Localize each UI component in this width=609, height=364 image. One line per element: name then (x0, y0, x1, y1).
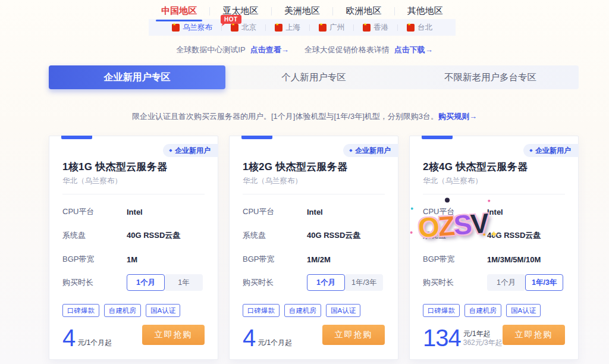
download-price-link[interactable]: 点击下载→ (394, 45, 433, 54)
duration-option[interactable]: 1个月 (307, 274, 345, 291)
card-accent-bar (61, 136, 92, 139)
city-tab-label: 香港 (373, 23, 388, 33)
buy-button[interactable]: 立即抢购 (503, 325, 565, 345)
duration-label: 购买时长 (62, 277, 127, 288)
spec-label: BGP带宽 (423, 254, 487, 265)
feature-tag: 口碑爆款 (423, 304, 460, 317)
price-block: 4 元/1个月起 (243, 327, 292, 349)
city-tab-label: 上海 (285, 23, 300, 33)
spec-label: CPU平台 (243, 206, 307, 217)
duration-option[interactable]: 1个月 (487, 274, 525, 291)
enterprise-user-badge: 企业新用户 (523, 144, 579, 157)
price-unit: 元/1个月起 (258, 338, 292, 347)
city-tab[interactable]: 北京 (222, 23, 265, 33)
price-table-label: 全球大促促销价格表详情 (304, 45, 390, 54)
tag-list: 口碑爆款自建机房国A认证 (62, 304, 180, 317)
city-tab[interactable]: 香港 (354, 23, 397, 33)
enterprise-user-badge: 企业新用户 (163, 144, 218, 157)
price-block: 134 元/1年起 362元/3年起 (423, 327, 503, 349)
price-unit: 元/1个月起 (77, 338, 112, 347)
feature-tag: 国A认证 (146, 304, 180, 317)
china-flag-icon (231, 24, 238, 32)
city-tab-label: 广州 (329, 23, 344, 33)
purchase-rules-link[interactable]: 购买规则→ (438, 112, 477, 121)
region-tab-label: 欧洲地区 (346, 5, 381, 17)
section-tab[interactable]: 企业新用户专区 (49, 65, 225, 89)
server-card: 企业新用户 2核4G 快杰型云服务器 华北（乌兰察布） CPU平台 Intel … (409, 136, 579, 360)
card-region: 华北（乌兰察布） (243, 176, 302, 186)
spec-label: BGP带宽 (243, 254, 307, 265)
duration-option[interactable]: 1年 (165, 274, 203, 291)
card-accent-bar (422, 136, 453, 139)
card-badge-label: 企业新用户 (535, 146, 571, 156)
spec-row: BGP带宽 1M/3M/5M/10M (423, 255, 567, 264)
region-tab[interactable]: 中国地区 (149, 2, 209, 20)
price-block: 4 元/1个月起 (62, 327, 112, 349)
duration-label: 购买时长 (243, 277, 307, 288)
spec-row: CPU平台 Intel (243, 207, 387, 216)
spec-row: 系统盘 40G RSSD云盘 (243, 231, 387, 240)
price-secondary: 362元/3年起 (463, 338, 503, 347)
badge-dot-icon (529, 149, 533, 152)
spec-value: Intel (127, 208, 143, 216)
spec-row: BGP带宽 1M (62, 255, 207, 264)
duration-options: 1个月1年 (127, 274, 203, 291)
region-nav: 中国地区 亚太地区 美洲地区 欧洲地区 其他地区 (149, 2, 456, 20)
city-tab[interactable]: 乌兰察布 (163, 23, 221, 33)
view-ip-link[interactable]: 点击查看→ (250, 45, 289, 54)
spec-label: 系统盘 (62, 230, 127, 241)
duration-option[interactable]: 1个月 (127, 274, 165, 291)
card-title: 1核1G 快杰型云服务器 (62, 160, 167, 174)
duration-row: 购买时长 1个月1年 (62, 274, 207, 291)
price-amount: 4 (243, 327, 255, 349)
buy-button[interactable]: 立即抢购 (322, 325, 385, 345)
duration-options: 1个月1年/3年 (307, 274, 383, 291)
region-tab[interactable]: 欧洲地区 (333, 2, 394, 20)
price-amount: 4 (62, 327, 75, 349)
region-tab-label: 其他地区 (407, 5, 443, 17)
duration-option[interactable]: 1年/3年 (525, 274, 563, 291)
server-card: 企业新用户 1核1G 快杰型云服务器 华北（乌兰察布） CPU平台 Intel … (49, 136, 218, 360)
china-flag-icon (319, 24, 327, 32)
city-tab[interactable]: 上海 (266, 23, 309, 33)
card-region: 华北（乌兰察布） (423, 176, 482, 186)
spec-label: CPU平台 (423, 206, 487, 217)
purchase-notice: 限企业认证且首次购买云服务器的用户。[1个月]体验机型与[1年/3年]机型，分别… (0, 111, 609, 122)
price-amount: 134 (423, 327, 461, 349)
city-tab-label: 台北 (417, 23, 432, 33)
section-tab-label: 企业新用户专区 (104, 71, 171, 84)
duration-option[interactable]: 1年/3年 (345, 274, 383, 291)
card-badge-label: 企业新用户 (175, 146, 211, 156)
price-suffix: 元/1个月起 (258, 338, 292, 347)
city-tab[interactable]: 广州 (310, 23, 353, 33)
region-tab[interactable]: 美洲地区 (272, 2, 332, 20)
duration-options: 1个月1年/3年 (487, 274, 563, 291)
feature-tag: 自建机房 (104, 304, 141, 317)
feature-tag: 口碑爆款 (243, 304, 280, 317)
feature-tag: 国A认证 (506, 304, 541, 317)
spec-row: CPU平台 Intel (62, 207, 207, 216)
spec-list: CPU平台 Intel 系统盘 40G RSSD云盘 BGP带宽 1M (62, 207, 207, 278)
card-list: 企业新用户 1核1G 快杰型云服务器 华北（乌兰察布） CPU平台 Intel … (49, 136, 579, 360)
city-tab-label: 北京 (241, 23, 256, 33)
spec-value: 40G RSSD云盘 (307, 230, 360, 241)
section-tab[interactable]: 不限新老用户多台专区 (402, 65, 579, 89)
section-tab-label: 个人新用户专区 (281, 71, 346, 84)
china-flag-icon (172, 24, 180, 32)
section-tab[interactable]: 个人新用户专区 (225, 65, 402, 89)
duration-row: 购买时长 1个月1年/3年 (423, 274, 567, 291)
buy-button[interactable]: 立即抢购 (142, 325, 205, 345)
card-title: 1核2G 快杰型云服务器 (243, 160, 347, 174)
tag-list: 口碑爆款自建机房国A认证 (243, 304, 360, 317)
price-suffix: 元/1年起 362元/3年起 (463, 330, 503, 347)
china-flag-icon (363, 24, 371, 32)
spec-label: BGP带宽 (62, 254, 127, 265)
section-tab-bar: 企业新用户专区 个人新用户专区 不限新老用户多台专区 (49, 65, 579, 89)
spec-value: 40G RSSD云盘 (487, 230, 541, 241)
price-unit: 元/1年起 (463, 330, 503, 338)
city-tab[interactable]: 台北 (398, 23, 441, 33)
section-tab-label: 不限新老用户多台专区 (444, 71, 536, 84)
feature-tag: 自建机房 (464, 304, 501, 317)
region-tab[interactable]: 其他地区 (395, 2, 456, 20)
datacenter-ip-label: 全球数据中心测试IP (176, 45, 245, 54)
